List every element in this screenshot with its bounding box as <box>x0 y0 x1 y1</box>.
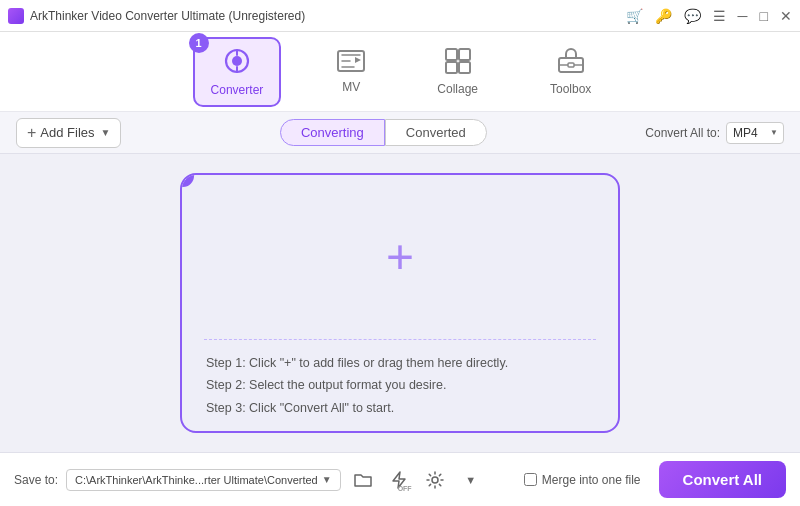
drop-zone-plus-icon: + <box>386 229 414 284</box>
add-files-label: Add Files <box>40 125 94 140</box>
drop-zone-upper: + <box>182 175 618 339</box>
svg-point-10 <box>432 477 438 483</box>
format-select[interactable]: MP4 MKV AVI MOV WMV <box>726 122 784 144</box>
window-controls: 🛒 🔑 💬 ☰ ─ □ ✕ <box>626 9 792 23</box>
title-bar: ArkThinker Video Converter Ultimate (Unr… <box>0 0 800 32</box>
nav-badge-1: 1 <box>189 33 209 53</box>
drop-zone[interactable]: 2 + Step 1: Click "+" to add files or dr… <box>180 173 620 433</box>
add-files-button[interactable]: + Add Files ▼ <box>16 118 121 148</box>
flash-icon-button[interactable] <box>385 466 413 494</box>
converter-label: Converter <box>211 83 264 97</box>
cart-icon[interactable]: 🛒 <box>626 9 643 23</box>
user-icon[interactable]: 🔑 <box>655 9 672 23</box>
main-area: 2 + Step 1: Click "+" to add files or dr… <box>0 154 800 452</box>
step1-text: Step 1: Click "+" to add files or drag t… <box>206 352 594 375</box>
chat-icon[interactable]: 💬 <box>684 9 701 23</box>
nav-toolbox[interactable]: Toolbox <box>534 40 607 104</box>
merge-label-text: Merge into one file <box>542 473 641 487</box>
step2-text: Step 2: Select the output format you des… <box>206 374 594 397</box>
tab-converting[interactable]: Converting <box>280 119 385 146</box>
toolbox-icon <box>557 48 585 78</box>
save-to-label: Save to: <box>14 473 58 487</box>
app-icon <box>8 8 24 24</box>
toolbox-label: Toolbox <box>550 82 591 96</box>
save-path-dropdown-icon[interactable]: ▼ <box>322 474 332 485</box>
nav-collage[interactable]: Collage <box>421 40 494 104</box>
svg-rect-6 <box>459 62 470 73</box>
drop-zone-steps: Step 1: Click "+" to add files or drag t… <box>182 340 618 432</box>
svg-rect-5 <box>446 62 457 73</box>
nav-converter[interactable]: 1 Converter <box>193 37 282 107</box>
step3-text: Step 3: Click "Convert All" to start. <box>206 397 594 420</box>
merge-checkbox-input[interactable] <box>524 473 537 486</box>
restore-button[interactable]: □ <box>760 9 768 23</box>
convert-all-to-label: Convert All to: <box>645 126 720 140</box>
svg-rect-3 <box>446 49 457 60</box>
collage-label: Collage <box>437 82 478 96</box>
more-icon-button[interactable]: ▼ <box>457 466 485 494</box>
collage-icon <box>445 48 471 78</box>
svg-rect-4 <box>459 49 470 60</box>
converter-icon <box>223 47 251 79</box>
save-path-box[interactable]: C:\ArkThinker\ArkThinke...rter Ultimate\… <box>66 469 341 491</box>
mv-icon <box>337 50 365 76</box>
nav-toolbar: 1 Converter MV <box>0 32 800 112</box>
nav-mv[interactable]: MV <box>321 42 381 102</box>
save-path-text: C:\ArkThinker\ArkThinke...rter Ultimate\… <box>75 474 318 486</box>
mv-label: MV <box>342 80 360 94</box>
tab-converted[interactable]: Converted <box>385 119 487 146</box>
bottom-bar: Save to: C:\ArkThinker\ArkThinke...rter … <box>0 452 800 506</box>
format-select-wrap: MP4 MKV AVI MOV WMV <box>726 122 784 144</box>
close-button[interactable]: ✕ <box>780 9 792 23</box>
convert-all-to: Convert All to: MP4 MKV AVI MOV WMV <box>645 122 784 144</box>
dropdown-arrow-icon: ▼ <box>101 127 111 138</box>
minimize-button[interactable]: ─ <box>738 9 748 23</box>
tab-group: Converting Converted <box>129 119 637 146</box>
svg-rect-9 <box>568 63 574 67</box>
app-title: ArkThinker Video Converter Ultimate (Unr… <box>30 9 626 23</box>
settings-icon-button[interactable] <box>421 466 449 494</box>
plus-icon: + <box>27 124 36 142</box>
sub-toolbar: + Add Files ▼ Converting Converted Conve… <box>0 112 800 154</box>
folder-icon-button[interactable] <box>349 466 377 494</box>
convert-all-button[interactable]: Convert All <box>659 461 786 498</box>
menu-icon[interactable]: ☰ <box>713 9 726 23</box>
merge-checkbox-label[interactable]: Merge into one file <box>524 473 641 487</box>
svg-point-1 <box>232 56 242 66</box>
